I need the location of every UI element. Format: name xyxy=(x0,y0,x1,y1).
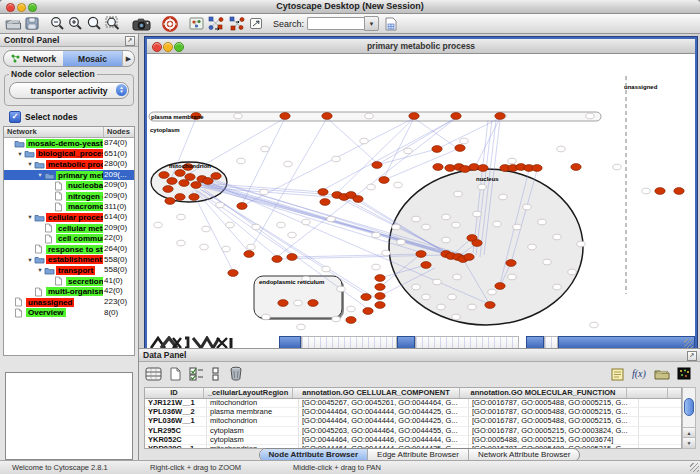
network-node-unselected[interactable] xyxy=(437,304,445,310)
network-node-unselected[interactable] xyxy=(360,138,368,144)
network-node-unselected[interactable] xyxy=(294,300,302,306)
network-node-unselected[interactable] xyxy=(372,232,380,238)
network-node[interactable] xyxy=(478,165,488,172)
network-node[interactable] xyxy=(451,113,461,120)
scroll-down-icon[interactable]: ▼ xyxy=(683,437,695,448)
network-node[interactable] xyxy=(495,113,505,120)
annotation-icon[interactable] xyxy=(249,15,264,32)
network-edge[interactable] xyxy=(249,118,327,252)
table-cell[interactable]: YLR295C xyxy=(145,427,207,435)
network-node-unselected[interactable] xyxy=(322,266,330,272)
zoom-selected-icon[interactable] xyxy=(86,15,102,32)
table-cell[interactable]: YJR121W__1 xyxy=(145,399,207,407)
tree-row[interactable]: ▼biological_process651(0) xyxy=(4,149,134,160)
float-data-panel-icon[interactable]: ↗ xyxy=(687,351,697,361)
network-node-unselected[interactable] xyxy=(493,221,501,227)
network-node[interactable] xyxy=(280,113,290,120)
network-node-unselected[interactable] xyxy=(577,241,585,247)
zoom-fit-icon[interactable] xyxy=(105,15,121,32)
network-node[interactable] xyxy=(203,178,213,185)
table-cell[interactable]: [GO:0045267, GO:0045261, GO:0044464, G..… xyxy=(299,399,469,407)
open-file-icon[interactable] xyxy=(5,15,22,32)
tree-expand-icon[interactable]: ▼ xyxy=(26,214,34,220)
tab-mosaic[interactable]: Mosaic xyxy=(63,51,122,66)
table-cell[interactable]: [GO:0044464, GO:0044444, GO:0044425, G..… xyxy=(299,417,469,425)
network-node[interactable] xyxy=(495,283,505,290)
network-node-unselected[interactable] xyxy=(302,219,310,225)
table-cell[interactable]: [GO:0005488, GO:0005215, GO:0003674] xyxy=(469,436,639,444)
network-node-unselected[interactable] xyxy=(528,244,536,250)
network-node[interactable] xyxy=(191,182,201,189)
network-node-unselected[interactable] xyxy=(392,224,400,230)
tree-expand-icon[interactable]: ▼ xyxy=(16,151,24,157)
network-node-unselected[interactable] xyxy=(448,294,456,300)
network-node-unselected[interactable] xyxy=(177,214,185,220)
tree-row[interactable]: unassigned223(0) xyxy=(4,297,134,308)
network-node-unselected[interactable] xyxy=(202,226,210,232)
network-view-window[interactable]: primary metabolic process plasma membran… xyxy=(145,37,697,351)
network-node[interactable] xyxy=(506,260,516,267)
network-node-unselected[interactable] xyxy=(332,156,340,162)
network-node-unselected[interactable] xyxy=(478,184,486,190)
network-node[interactable] xyxy=(472,240,482,247)
tree-row[interactable]: nitrogen compo209(0) xyxy=(4,191,134,202)
delete-attribute-icon[interactable] xyxy=(229,365,243,382)
network-node-unselected[interactable] xyxy=(590,322,598,328)
network-node[interactable] xyxy=(445,165,455,172)
table-cell[interactable]: mitochondrion xyxy=(207,399,299,407)
network-node-unselected[interactable] xyxy=(397,239,405,245)
table-cell[interactable]: YPL036W__2 xyxy=(145,408,207,416)
network-node-unselected[interactable] xyxy=(460,138,468,144)
table-cell[interactable]: cytoplasm xyxy=(207,427,299,435)
network-edge[interactable] xyxy=(337,118,414,193)
network-node-unselected[interactable] xyxy=(642,188,650,194)
network-node[interactable] xyxy=(244,251,254,258)
table-row[interactable]: YKR052Ccytoplasm[GO:0044464, GO:0044446,… xyxy=(145,436,681,445)
network-node-unselected[interactable] xyxy=(557,146,565,152)
save-session-icon[interactable] xyxy=(25,15,39,32)
layout-network-alt-icon[interactable] xyxy=(228,15,246,32)
network-node-unselected[interactable] xyxy=(297,324,305,330)
window-resize-grip-icon[interactable] xyxy=(690,463,699,472)
tree-item-label[interactable]: mosaic-demo-yeast xyxy=(26,139,105,148)
network-node-unselected[interactable] xyxy=(513,224,521,230)
network-node[interactable] xyxy=(272,256,282,263)
network-node[interactable] xyxy=(469,164,479,171)
tree-row[interactable]: nucleobase-209(0) xyxy=(4,180,134,191)
network-node[interactable] xyxy=(464,254,474,261)
network-node-unselected[interactable] xyxy=(412,284,420,290)
network-node[interactable] xyxy=(375,284,385,291)
tree-column-nodes[interactable]: Nodes xyxy=(104,127,134,137)
node-color-dropdown[interactable]: transporter activity ▲▼ xyxy=(9,82,129,99)
network-node[interactable] xyxy=(432,146,442,153)
scrollbar-thumb[interactable] xyxy=(684,398,694,416)
tab-overflow-arrow[interactable]: ▶ xyxy=(122,51,134,66)
network-node-unselected[interactable] xyxy=(332,316,340,322)
network-node[interactable] xyxy=(211,173,221,180)
network-node-unselected[interactable] xyxy=(234,113,242,119)
network-edge[interactable] xyxy=(192,191,233,271)
network-node-unselected[interactable] xyxy=(154,222,162,228)
table-row[interactable]: YLR295Ccytoplasm[GO:0045263, GO:0044464,… xyxy=(145,427,681,436)
network-window-titlebar[interactable]: primary metabolic process xyxy=(147,39,695,54)
network-node-unselected[interactable] xyxy=(277,222,285,228)
tree-expand-icon[interactable]: ▼ xyxy=(36,267,44,273)
network-node[interactable] xyxy=(308,300,318,307)
tab-network[interactable]: Network xyxy=(4,51,63,66)
network-node-unselected[interactable] xyxy=(508,158,516,164)
tree-expand-icon[interactable]: ▼ xyxy=(26,257,34,263)
tree-row[interactable]: secretion41(0) xyxy=(4,276,134,287)
network-node[interactable] xyxy=(571,164,581,171)
network-node[interactable] xyxy=(320,199,330,206)
table-column-header[interactable]: _cellularLayoutRegion xyxy=(204,388,293,398)
tree-column-network[interactable]: Network xyxy=(4,127,104,137)
table-row[interactable]: YPL036W__1mitochondrion[GO:0044464, GO:0… xyxy=(145,417,681,426)
table-cell[interactable]: YPL036W__1 xyxy=(145,417,207,425)
table-cell[interactable]: plasma membrane xyxy=(207,408,299,416)
tree-item-label[interactable]: Overview xyxy=(26,308,66,317)
tree-row[interactable]: response to stimulu264(0) xyxy=(4,244,134,255)
network-node[interactable] xyxy=(421,262,431,269)
layout-network-icon[interactable] xyxy=(207,15,225,32)
network-node-unselected[interactable] xyxy=(337,286,345,292)
network-node-unselected[interactable] xyxy=(538,219,546,225)
